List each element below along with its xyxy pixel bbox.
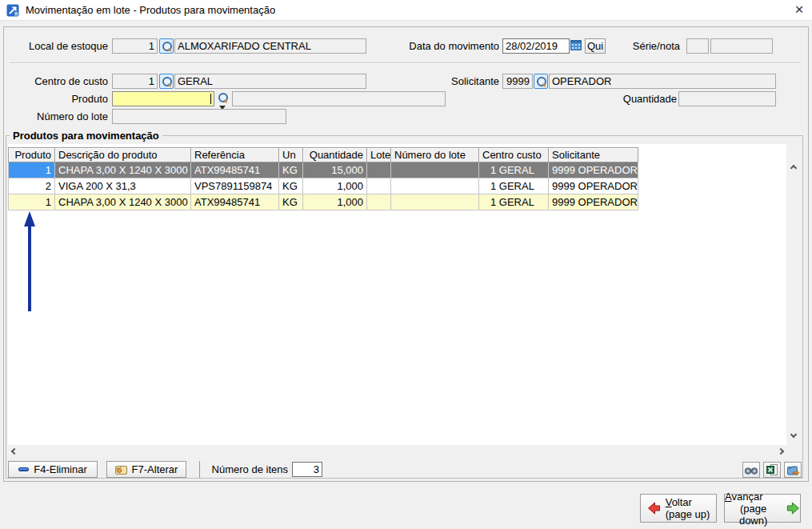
title-bar: Movimentação em lote - Produtos para mov…	[0, 0, 812, 21]
centro-custo-lookup-button[interactable]	[159, 74, 174, 89]
voltar-text: Voltar (page up)	[666, 496, 710, 520]
items-count-label: Número de itens	[208, 463, 288, 476]
text-caret	[210, 94, 211, 104]
excel-icon	[766, 464, 778, 475]
separator-line	[10, 62, 800, 64]
cell-numero-lote[interactable]	[391, 162, 479, 178]
calendar-icon[interactable]	[570, 39, 583, 53]
cell-referencia[interactable]: VPS7891159874	[191, 178, 279, 194]
search-icon	[162, 41, 172, 51]
local-estoque-name-field[interactable]	[174, 38, 366, 54]
voltar-sublabel: (page up)	[666, 508, 710, 520]
grid-body: 1CHAPA 3,00 X 1240 X 3000ATX99485741KG15…	[8, 162, 638, 210]
cell-centro-custo[interactable]: 1 GERAL	[479, 178, 549, 194]
search-icon	[162, 76, 172, 86]
f4-eliminar-button[interactable]: F4-Eliminar	[8, 461, 98, 478]
table-row[interactable]: 2VIGA 200 X 31,3VPS7891159874KG1,0001 GE…	[8, 178, 638, 194]
produto-code-field[interactable]	[112, 91, 214, 106]
local-estoque-code-field[interactable]	[112, 38, 158, 54]
f4-eliminar-label: F4-Eliminar	[34, 463, 86, 475]
weekday-button[interactable]: Qui	[585, 38, 606, 54]
nota-field[interactable]	[710, 38, 773, 54]
centro-custo-name-field[interactable]	[174, 74, 366, 89]
cell-quantidade[interactable]: 15,000	[303, 162, 367, 178]
cell-centro-custo[interactable]: 1 GERAL	[479, 194, 549, 210]
cell-produto[interactable]: 2	[9, 178, 55, 194]
local-estoque-lookup-button[interactable]	[159, 38, 174, 54]
quantidade-label: Quantidade	[603, 93, 677, 106]
numero-lote-field[interactable]	[112, 109, 286, 124]
column-header-un[interactable]: Un	[279, 147, 303, 162]
f7-alterar-label: F7-Alterar	[132, 463, 178, 475]
data-movimento-label: Data do movimento	[400, 40, 499, 53]
column-header-quantidade[interactable]: Quantidade	[303, 147, 367, 162]
avancar-sublabel: (page down)	[725, 503, 782, 527]
solicitante-name-field[interactable]	[549, 74, 776, 89]
solicitante-code-field[interactable]	[502, 74, 533, 89]
voltar-button[interactable]: Voltar (page up)	[640, 494, 717, 523]
cell-solicitante[interactable]: 9999 OPERADOR	[549, 194, 638, 210]
export-excel-button[interactable]	[763, 462, 781, 478]
solicitante-lookup-button[interactable]	[534, 74, 548, 89]
minus-icon	[18, 467, 29, 471]
group-title: Produtos para movimentação	[10, 130, 162, 142]
column-header-solicitante[interactable]: Solicitante	[549, 147, 638, 162]
produto-search-icon[interactable]	[218, 92, 228, 102]
forward-arrow-icon	[786, 502, 800, 515]
folder-export-icon	[787, 465, 799, 475]
quantidade-field[interactable]	[678, 91, 776, 106]
cell-referencia[interactable]: ATX99485741	[191, 194, 279, 210]
column-header-numero-lote[interactable]: Número do lote	[391, 147, 479, 162]
centro-custo-code-field[interactable]	[112, 74, 158, 89]
cell-un[interactable]: KG	[279, 178, 303, 194]
serie-field[interactable]	[686, 38, 709, 54]
export-send-button[interactable]	[784, 462, 802, 478]
cell-produto[interactable]: 1	[9, 194, 55, 210]
annotation-arrow-up	[22, 210, 38, 313]
items-count-field[interactable]	[292, 462, 322, 477]
produto-label: Produto	[8, 93, 108, 106]
cell-lote[interactable]	[367, 178, 391, 194]
local-estoque-label: Local de estoque	[8, 40, 108, 53]
cell-un[interactable]: KG	[279, 194, 303, 210]
search-icon	[536, 76, 546, 86]
cell-descricao[interactable]: VIGA 200 X 31,3	[55, 178, 191, 194]
dialog-window: Movimentação em lote - Produtos para mov…	[0, 0, 812, 529]
column-header-referencia[interactable]: Referência	[191, 147, 279, 162]
centro-custo-label: Centro de custo	[8, 75, 108, 88]
app-icon	[6, 4, 19, 17]
cell-produto[interactable]: 1	[9, 162, 55, 178]
cell-solicitante[interactable]: 9999 OPERADOR	[549, 162, 638, 178]
cell-lote[interactable]	[367, 162, 391, 178]
column-header-lote[interactable]: Lote	[367, 147, 391, 162]
cell-solicitante[interactable]: 9999 OPERADOR	[549, 178, 638, 194]
cell-descricao[interactable]: CHAPA 3,00 X 1240 X 3000	[55, 162, 191, 178]
vertical-scrollbar[interactable]	[787, 147, 800, 445]
column-header-produto[interactable]: Produto	[9, 147, 55, 162]
f7-alterar-button[interactable]: F7-Alterar	[106, 461, 186, 478]
close-icon[interactable]: ×	[786, 0, 812, 21]
horizontal-scrollbar[interactable]	[8, 446, 786, 458]
window-title: Movimentação em lote - Produtos para mov…	[26, 0, 275, 21]
table-row[interactable]: 1CHAPA 3,00 X 1240 X 3000ATX99485741KG1,…	[8, 194, 638, 210]
cell-numero-lote[interactable]	[391, 178, 479, 194]
table-row[interactable]: 1CHAPA 3,00 X 1240 X 3000ATX99485741KG15…	[8, 162, 638, 178]
column-header-descricao[interactable]: Descrição do produto	[55, 147, 191, 162]
cell-lote[interactable]	[367, 194, 391, 210]
grid-header: Produto Descrição do produto Referência …	[8, 147, 638, 162]
cell-quantidade[interactable]: 1,000	[303, 194, 367, 210]
cell-quantidade[interactable]: 1,000	[303, 178, 367, 194]
avancar-label: Avançar	[725, 491, 762, 503]
cell-referencia[interactable]: ATX99485741	[191, 162, 279, 178]
produto-name-field[interactable]	[232, 91, 446, 106]
search-binoculars-button[interactable]	[742, 462, 760, 478]
cell-centro-custo[interactable]: 1 GERAL	[479, 162, 549, 178]
binoculars-icon	[745, 466, 758, 475]
column-header-centro-custo[interactable]: Centro custo	[479, 147, 549, 162]
footer-separator	[199, 461, 200, 478]
avancar-button[interactable]: Avançar (page down)	[724, 494, 801, 523]
data-movimento-field[interactable]	[502, 38, 570, 54]
cell-numero-lote[interactable]	[391, 194, 479, 210]
cell-un[interactable]: KG	[279, 162, 303, 178]
cell-descricao[interactable]: CHAPA 3,00 X 1240 X 3000	[55, 194, 191, 210]
